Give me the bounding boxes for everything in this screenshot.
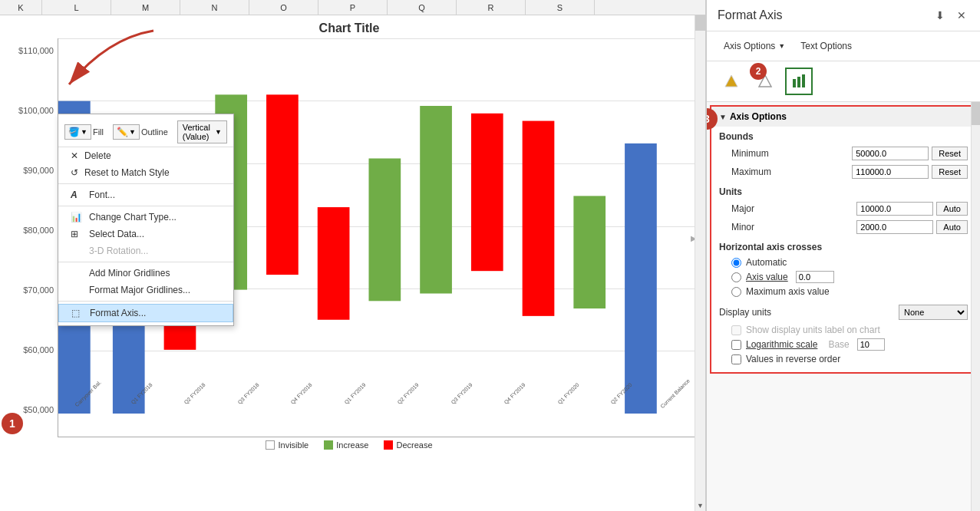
major-input[interactable] [856, 202, 933, 216]
minimum-row: Minimum Reset [719, 147, 968, 160]
panel-title: Format Axis [718, 8, 782, 22]
radio-max-row: Maximum axis value [719, 286, 968, 297]
menu-item-font[interactable]: A Font... [58, 186, 233, 203]
radio-axis-value[interactable] [731, 272, 741, 282]
minimum-input[interactable] [852, 147, 929, 160]
display-units-row: Display units None [719, 305, 968, 320]
badge-2: 2 [750, 63, 767, 80]
panel-header: Format Axis ⬇ ✕ [707, 0, 980, 31]
h-axis-group: Horizontal axis crosses Automatic Axis v… [719, 242, 968, 297]
svg-rect-9 [523, 121, 555, 316]
panel-content[interactable]: 3 ▼ Axis Options Bounds Minimum Reset Ma… [707, 102, 980, 511]
axis-options-icon [790, 73, 807, 90]
menu-item-select-data[interactable]: ⊞ Select Data... [58, 226, 233, 242]
legend-color-decrease [384, 440, 393, 450]
separator-3 [58, 262, 233, 262]
format-axis-label: Format Axis... [90, 308, 146, 318]
svg-rect-6 [368, 158, 401, 301]
scroll-down-btn[interactable]: ▼ [695, 500, 705, 511]
panel-close-btn[interactable]: ✕ [954, 8, 969, 23]
outline-dropdown[interactable]: ✏️ ▼ [113, 124, 140, 140]
log-scale-label: Logarithmic scale [746, 339, 817, 350]
menu-item-delete[interactable]: ✕ Delete [58, 147, 233, 164]
reverse-label: Values in reverse order [746, 354, 840, 364]
col-o: O [249, 0, 318, 15]
maximum-label: Maximum [731, 166, 852, 177]
legend-label-increase: Increase [336, 440, 368, 450]
log-scale-checkbox[interactable] [731, 340, 741, 350]
menu-item-3d-rotation: 3-D Rotation... [58, 242, 233, 259]
log-base-input[interactable] [857, 338, 885, 351]
show-units-checkbox [731, 325, 741, 335]
axis-dropdown[interactable]: Vertical (Value) ▼ [177, 120, 227, 143]
menu-item-change-chart[interactable]: 📊 Change Chart Type... [58, 209, 233, 226]
menu-item-format-axis[interactable]: ⬚ Format Axis... [58, 304, 233, 322]
col-l: L [42, 0, 111, 15]
scrollbar-thumb[interactable] [695, 15, 705, 31]
display-units-select[interactable]: None [899, 305, 968, 320]
tab-axis-options[interactable]: Axis Options ▼ [718, 38, 791, 54]
minimum-reset-btn[interactable]: Reset [932, 147, 968, 160]
fill-dropdown[interactable]: 🪣 ▼ [64, 124, 91, 140]
outline-button-group[interactable]: ✏️ ▼ Outline [113, 124, 168, 140]
menu-item-add-minor[interactable]: Add Minor Gridlines [58, 265, 233, 282]
axis-dropdown-label: Vertical (Value) [183, 123, 213, 141]
reverse-checkbox[interactable] [731, 354, 741, 364]
spreadsheet-area: K L M N O P Q R S Chart Title $110,000 $… [0, 0, 706, 511]
units-label: Units [719, 186, 968, 197]
radio-auto-label: Automatic [746, 257, 787, 268]
radio-max[interactable] [731, 287, 741, 297]
x-axis-labels: Carryover Bal. Q1 FY2018 Q2 FY2018 Q3 FY… [58, 391, 698, 437]
radio-max-label: Maximum axis value [746, 286, 830, 297]
bounds-group: Bounds Minimum Reset Maximum Reset [719, 131, 968, 179]
maximum-reset-btn[interactable]: Reset [932, 165, 968, 179]
show-units-row: Show display units label on chart [719, 325, 968, 335]
separator-2 [58, 206, 233, 206]
menu-item-format-major[interactable]: Format Major Gridlines... [58, 282, 233, 298]
badge-1: 1 [2, 413, 23, 434]
context-menu: 🪣 ▼ Fill ✏️ ▼ Outline Vertical (Value) ▼ [58, 114, 234, 326]
tab-text-options[interactable]: Text Options [794, 38, 858, 54]
log-scale-row: Logarithmic scale Base [719, 338, 968, 351]
format-axis-panel: Format Axis ⬇ ✕ Axis Options ▼ Text Opti… [706, 0, 980, 511]
maximum-input[interactable] [852, 165, 929, 179]
svg-rect-11 [625, 143, 657, 414]
minor-input[interactable] [856, 220, 933, 234]
axis-value-input[interactable] [796, 271, 834, 283]
select-data-icon: ⊞ [71, 229, 83, 239]
add-minor-label: Add Minor Gridlines [89, 268, 170, 279]
menu-item-reset[interactable]: ↺ Reset to Match Style [58, 164, 233, 181]
3d-label: 3-D Rotation... [89, 246, 148, 256]
col-q: Q [388, 0, 457, 15]
tab-axis-arrow: ▼ [778, 42, 785, 50]
y-label-80k: $80,000 [23, 226, 54, 235]
legend-decrease: Decrease [384, 440, 432, 450]
radio-automatic[interactable] [731, 258, 741, 268]
panel-minimize-btn[interactable]: ⬇ [932, 8, 948, 23]
axis-dropdown-container[interactable]: Vertical (Value) ▼ [177, 120, 227, 143]
tab-axis-label: Axis Options [724, 41, 775, 51]
maximum-row: Maximum Reset [719, 165, 968, 179]
minor-auto-btn[interactable]: Auto [936, 220, 968, 234]
section-header[interactable]: ▼ Axis Options [711, 107, 975, 127]
panel-scrollbar[interactable] [971, 102, 980, 511]
font-icon: A [71, 190, 83, 200]
bounds-label: Bounds [719, 131, 968, 142]
legend-label-invisible: Invisible [278, 440, 309, 450]
icon-btn-fill[interactable] [718, 68, 745, 95]
col-m: M [111, 0, 180, 15]
tab-text-label: Text Options [800, 41, 852, 51]
delete-icon: ✕ [71, 150, 78, 161]
fill-button-group[interactable]: 🪣 ▼ Fill [64, 124, 104, 140]
panel-controls[interactable]: ⬇ ✕ [932, 8, 969, 23]
outline-dropdown-arrow: ▼ [129, 128, 136, 136]
icon-btn-axis-options[interactable] [785, 68, 813, 95]
panel-icon-row: 2 [707, 61, 980, 102]
panel-scrollbar-thumb[interactable] [972, 102, 980, 125]
panel-tabs: Axis Options ▼ Text Options [707, 31, 980, 61]
y-label-100k: $100,000 [18, 106, 54, 115]
svg-rect-17 [802, 74, 805, 87]
major-auto-btn[interactable]: Auto [936, 202, 968, 216]
chart-scrollbar[interactable]: ▼ [695, 15, 705, 511]
display-units-label: Display units [719, 307, 899, 318]
